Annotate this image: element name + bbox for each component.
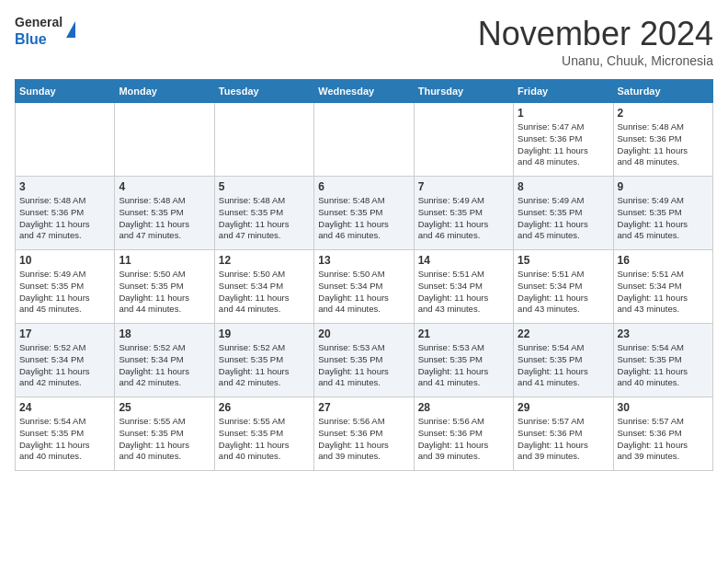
calendar-cell (16, 103, 115, 177)
logo-blue: Blue (15, 31, 47, 47)
weekday-header: Wednesday (314, 80, 414, 103)
day-info: Sunrise: 5:53 AM Sunset: 5:35 PM Dayligh… (418, 342, 509, 389)
day-number: 11 (119, 254, 210, 267)
weekday-header: Saturday (613, 80, 712, 103)
calendar-week-row: 17Sunrise: 5:52 AM Sunset: 5:34 PM Dayli… (16, 324, 713, 397)
day-number: 17 (19, 327, 110, 340)
day-number: 19 (219, 327, 310, 340)
day-number: 5 (219, 180, 310, 193)
day-info: Sunrise: 5:56 AM Sunset: 5:36 PM Dayligh… (418, 416, 509, 463)
day-number: 23 (618, 327, 709, 340)
calendar-cell: 28Sunrise: 5:56 AM Sunset: 5:36 PM Dayli… (414, 397, 513, 471)
day-number: 30 (618, 401, 709, 414)
day-info: Sunrise: 5:48 AM Sunset: 5:35 PM Dayligh… (318, 195, 409, 242)
calendar-cell: 21Sunrise: 5:53 AM Sunset: 5:35 PM Dayli… (414, 324, 513, 397)
calendar-cell: 4Sunrise: 5:48 AM Sunset: 5:35 PM Daylig… (115, 177, 214, 250)
day-info: Sunrise: 5:54 AM Sunset: 5:35 PM Dayligh… (19, 416, 110, 463)
day-number: 3 (19, 180, 110, 193)
calendar-cell: 18Sunrise: 5:52 AM Sunset: 5:34 PM Dayli… (115, 324, 214, 397)
calendar-cell: 19Sunrise: 5:52 AM Sunset: 5:35 PM Dayli… (214, 324, 313, 397)
calendar-cell: 16Sunrise: 5:51 AM Sunset: 5:34 PM Dayli… (613, 250, 712, 324)
page-header: General Blue November 2024 Unanu, Chuuk,… (15, 15, 713, 68)
day-number: 7 (418, 180, 509, 193)
day-number: 6 (318, 180, 409, 193)
calendar-cell: 29Sunrise: 5:57 AM Sunset: 5:36 PM Dayli… (514, 397, 613, 471)
day-number: 9 (618, 180, 709, 193)
calendar-cell: 20Sunrise: 5:53 AM Sunset: 5:35 PM Dayli… (314, 324, 414, 397)
day-number: 18 (119, 327, 210, 340)
day-number: 24 (19, 401, 110, 414)
day-number: 26 (219, 401, 310, 414)
day-info: Sunrise: 5:48 AM Sunset: 5:35 PM Dayligh… (219, 195, 310, 242)
day-info: Sunrise: 5:52 AM Sunset: 5:34 PM Dayligh… (119, 342, 210, 389)
calendar-cell: 26Sunrise: 5:55 AM Sunset: 5:35 PM Dayli… (214, 397, 313, 471)
calendar-cell: 14Sunrise: 5:51 AM Sunset: 5:34 PM Dayli… (414, 250, 513, 324)
day-info: Sunrise: 5:51 AM Sunset: 5:34 PM Dayligh… (518, 269, 609, 316)
day-info: Sunrise: 5:49 AM Sunset: 5:35 PM Dayligh… (618, 195, 709, 242)
day-info: Sunrise: 5:49 AM Sunset: 5:35 PM Dayligh… (19, 269, 110, 316)
day-info: Sunrise: 5:48 AM Sunset: 5:36 PM Dayligh… (618, 121, 709, 168)
calendar-cell: 15Sunrise: 5:51 AM Sunset: 5:34 PM Dayli… (514, 250, 613, 324)
calendar-cell: 27Sunrise: 5:56 AM Sunset: 5:36 PM Dayli… (314, 397, 414, 471)
calendar-cell (314, 103, 414, 177)
weekday-header-row: SundayMondayTuesdayWednesdayThursdayFrid… (16, 80, 713, 103)
calendar-cell: 25Sunrise: 5:55 AM Sunset: 5:35 PM Dayli… (115, 397, 214, 471)
day-number: 20 (318, 327, 409, 340)
day-number: 12 (219, 254, 310, 267)
calendar-cell: 5Sunrise: 5:48 AM Sunset: 5:35 PM Daylig… (214, 177, 313, 250)
day-info: Sunrise: 5:51 AM Sunset: 5:34 PM Dayligh… (618, 269, 709, 316)
day-info: Sunrise: 5:54 AM Sunset: 5:35 PM Dayligh… (518, 342, 609, 389)
day-info: Sunrise: 5:49 AM Sunset: 5:35 PM Dayligh… (418, 195, 509, 242)
calendar-cell (414, 103, 513, 177)
day-info: Sunrise: 5:48 AM Sunset: 5:35 PM Dayligh… (119, 195, 210, 242)
calendar-cell: 22Sunrise: 5:54 AM Sunset: 5:35 PM Dayli… (514, 324, 613, 397)
day-info: Sunrise: 5:54 AM Sunset: 5:35 PM Dayligh… (618, 342, 709, 389)
day-info: Sunrise: 5:56 AM Sunset: 5:36 PM Dayligh… (318, 416, 409, 463)
calendar-cell: 8Sunrise: 5:49 AM Sunset: 5:35 PM Daylig… (514, 177, 613, 250)
day-info: Sunrise: 5:55 AM Sunset: 5:35 PM Dayligh… (219, 416, 310, 463)
weekday-header: Sunday (16, 80, 115, 103)
weekday-header: Tuesday (214, 80, 313, 103)
calendar-cell: 6Sunrise: 5:48 AM Sunset: 5:35 PM Daylig… (314, 177, 414, 250)
calendar-week-row: 24Sunrise: 5:54 AM Sunset: 5:35 PM Dayli… (16, 397, 713, 471)
day-info: Sunrise: 5:50 AM Sunset: 5:34 PM Dayligh… (219, 269, 310, 316)
day-number: 13 (318, 254, 409, 267)
day-number: 27 (318, 401, 409, 414)
day-info: Sunrise: 5:48 AM Sunset: 5:36 PM Dayligh… (19, 195, 110, 242)
day-info: Sunrise: 5:49 AM Sunset: 5:35 PM Dayligh… (518, 195, 609, 242)
day-number: 10 (19, 254, 110, 267)
calendar-cell: 17Sunrise: 5:52 AM Sunset: 5:34 PM Dayli… (16, 324, 115, 397)
day-info: Sunrise: 5:53 AM Sunset: 5:35 PM Dayligh… (318, 342, 409, 389)
logo-text-block: General Blue (15, 15, 63, 48)
day-number: 2 (618, 107, 709, 120)
calendar-cell: 11Sunrise: 5:50 AM Sunset: 5:35 PM Dayli… (115, 250, 214, 324)
weekday-header: Friday (514, 80, 613, 103)
day-number: 29 (518, 401, 609, 414)
day-number: 4 (119, 180, 210, 193)
day-info: Sunrise: 5:50 AM Sunset: 5:35 PM Dayligh… (119, 269, 210, 316)
day-number: 1 (518, 107, 609, 120)
calendar-cell: 1Sunrise: 5:47 AM Sunset: 5:36 PM Daylig… (514, 103, 613, 177)
calendar-cell: 10Sunrise: 5:49 AM Sunset: 5:35 PM Dayli… (16, 250, 115, 324)
weekday-header: Thursday (414, 80, 513, 103)
day-info: Sunrise: 5:52 AM Sunset: 5:34 PM Dayligh… (19, 342, 110, 389)
calendar-week-row: 3Sunrise: 5:48 AM Sunset: 5:36 PM Daylig… (16, 177, 713, 250)
day-info: Sunrise: 5:57 AM Sunset: 5:36 PM Dayligh… (618, 416, 709, 463)
day-number: 8 (518, 180, 609, 193)
weekday-header: Monday (115, 80, 214, 103)
location-subtitle: Unanu, Chuuk, Micronesia (478, 53, 713, 68)
month-title: November 2024 (478, 15, 713, 53)
calendar-cell: 3Sunrise: 5:48 AM Sunset: 5:36 PM Daylig… (16, 177, 115, 250)
logo-general: General (15, 15, 63, 29)
calendar-cell: 2Sunrise: 5:48 AM Sunset: 5:36 PM Daylig… (613, 103, 712, 177)
calendar-cell: 7Sunrise: 5:49 AM Sunset: 5:35 PM Daylig… (414, 177, 513, 250)
calendar-cell: 24Sunrise: 5:54 AM Sunset: 5:35 PM Dayli… (16, 397, 115, 471)
day-number: 21 (418, 327, 509, 340)
calendar-cell: 12Sunrise: 5:50 AM Sunset: 5:34 PM Dayli… (214, 250, 313, 324)
calendar-cell (115, 103, 214, 177)
day-info: Sunrise: 5:47 AM Sunset: 5:36 PM Dayligh… (518, 121, 609, 168)
calendar-cell: 23Sunrise: 5:54 AM Sunset: 5:35 PM Dayli… (613, 324, 712, 397)
day-number: 22 (518, 327, 609, 340)
day-info: Sunrise: 5:52 AM Sunset: 5:35 PM Dayligh… (219, 342, 310, 389)
day-number: 16 (618, 254, 709, 267)
